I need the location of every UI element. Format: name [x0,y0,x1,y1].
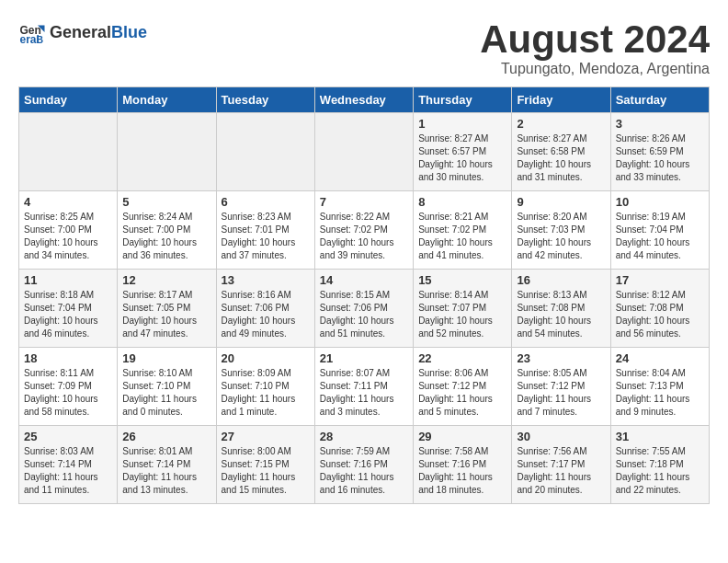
calendar-day-cell [314,113,413,191]
day-number: 11 [24,273,112,287]
day-number: 25 [24,430,112,443]
calendar-day-cell: 20 Sunrise: 8:09 AMSunset: 7:10 PMDaylig… [216,348,314,426]
weekday-header-friday: Friday [512,87,610,113]
day-number: 28 [320,430,408,443]
calendar-week-row: 4 Sunrise: 8:25 AMSunset: 7:00 PMDayligh… [19,191,710,270]
day-number: 31 [616,430,704,443]
day-number: 29 [418,430,506,443]
day-number: 24 [616,351,704,365]
page-header: Gen eral B GeneralBlue August 2024 Tupun… [18,18,710,77]
day-info: Sunrise: 8:17 AMSunset: 7:05 PMDaylight:… [122,289,210,340]
day-number: 19 [122,351,210,365]
calendar-day-cell: 27 Sunrise: 8:00 AMSunset: 7:15 PMDaylig… [216,426,314,504]
calendar-day-cell: 28 Sunrise: 7:59 AMSunset: 7:16 PMDaylig… [314,426,413,504]
day-number: 3 [616,117,704,131]
calendar-day-cell: 12 Sunrise: 8:17 AMSunset: 7:05 PMDaylig… [118,270,216,348]
day-number: 23 [517,351,605,365]
day-info: Sunrise: 8:11 AMSunset: 7:09 PMDaylight:… [24,367,112,419]
calendar-day-cell: 25 Sunrise: 8:03 AMSunset: 7:14 PMDaylig… [19,426,118,504]
day-info: Sunrise: 8:20 AMSunset: 7:03 PMDaylight:… [517,211,605,262]
day-info: Sunrise: 8:15 AMSunset: 7:06 PMDaylight:… [320,289,408,340]
day-number: 10 [616,195,704,209]
calendar-day-cell: 11 Sunrise: 8:18 AMSunset: 7:04 PMDaylig… [19,270,118,348]
calendar-day-cell: 30 Sunrise: 7:56 AMSunset: 7:17 PMDaylig… [512,426,610,504]
svg-text:B: B [37,34,44,45]
day-number: 26 [122,430,210,443]
day-info: Sunrise: 8:07 AMSunset: 7:11 PMDaylight:… [320,367,408,419]
day-info: Sunrise: 8:14 AMSunset: 7:07 PMDaylight:… [418,289,506,340]
calendar-day-cell [216,113,314,191]
weekday-header-wednesday: Wednesday [314,87,413,113]
day-number: 12 [122,273,210,287]
day-number: 14 [320,273,408,287]
day-info: Sunrise: 8:26 AMSunset: 6:59 PMDaylight:… [616,132,704,184]
day-info: Sunrise: 8:06 AMSunset: 7:12 PMDaylight:… [418,367,506,419]
calendar-day-cell: 29 Sunrise: 7:58 AMSunset: 7:16 PMDaylig… [414,426,512,504]
calendar-table: SundayMondayTuesdayWednesdayThursdayFrid… [18,86,710,504]
location-subtitle: Tupungato, Mendoza, Argentina [480,61,710,77]
day-info: Sunrise: 8:03 AMSunset: 7:14 PMDaylight:… [24,445,112,497]
day-info: Sunrise: 8:27 AMSunset: 6:58 PMDaylight:… [517,132,605,184]
day-number: 4 [24,195,112,209]
calendar-day-cell: 7 Sunrise: 8:22 AMSunset: 7:02 PMDayligh… [314,191,413,270]
day-info: Sunrise: 8:27 AMSunset: 6:57 PMDaylight:… [418,132,506,184]
weekday-header-sunday: Sunday [19,87,118,113]
calendar-day-cell: 22 Sunrise: 8:06 AMSunset: 7:12 PMDaylig… [414,348,512,426]
day-info: Sunrise: 8:21 AMSunset: 7:02 PMDaylight:… [418,211,506,262]
calendar-day-cell: 4 Sunrise: 8:25 AMSunset: 7:00 PMDayligh… [19,191,118,270]
month-year-title: August 2024 [480,18,710,61]
calendar-day-cell: 10 Sunrise: 8:19 AMSunset: 7:04 PMDaylig… [610,191,709,270]
day-info: Sunrise: 7:55 AMSunset: 7:18 PMDaylight:… [616,445,704,497]
day-info: Sunrise: 8:23 AMSunset: 7:01 PMDaylight:… [222,211,310,262]
day-number: 5 [122,195,210,209]
day-number: 8 [418,195,506,209]
calendar-day-cell: 21 Sunrise: 8:07 AMSunset: 7:11 PMDaylig… [314,348,413,426]
calendar-day-cell: 31 Sunrise: 7:55 AMSunset: 7:18 PMDaylig… [610,426,709,504]
day-number: 15 [418,273,506,287]
logo-text: GeneralBlue [50,23,147,42]
day-number: 7 [320,195,408,209]
day-info: Sunrise: 8:24 AMSunset: 7:00 PMDaylight:… [122,211,210,262]
calendar-day-cell: 2 Sunrise: 8:27 AMSunset: 6:58 PMDayligh… [512,113,610,191]
calendar-week-row: 1 Sunrise: 8:27 AMSunset: 6:57 PMDayligh… [19,113,710,191]
calendar-day-cell: 5 Sunrise: 8:24 AMSunset: 7:00 PMDayligh… [118,191,216,270]
calendar-week-row: 18 Sunrise: 8:11 AMSunset: 7:09 PMDaylig… [19,348,710,426]
weekday-header-monday: Monday [118,87,216,113]
day-number: 30 [517,430,605,443]
calendar-day-cell: 19 Sunrise: 8:10 AMSunset: 7:10 PMDaylig… [118,348,216,426]
calendar-day-cell: 17 Sunrise: 8:12 AMSunset: 7:08 PMDaylig… [610,270,709,348]
day-info: Sunrise: 8:18 AMSunset: 7:04 PMDaylight:… [24,289,112,340]
day-info: Sunrise: 8:10 AMSunset: 7:10 PMDaylight:… [122,367,210,419]
day-number: 18 [24,351,112,365]
day-info: Sunrise: 7:59 AMSunset: 7:16 PMDaylight:… [320,445,408,497]
day-info: Sunrise: 8:13 AMSunset: 7:08 PMDaylight:… [517,289,605,340]
day-info: Sunrise: 8:22 AMSunset: 7:02 PMDaylight:… [320,211,408,262]
day-info: Sunrise: 7:56 AMSunset: 7:17 PMDaylight:… [517,445,605,497]
calendar-day-cell: 23 Sunrise: 8:05 AMSunset: 7:12 PMDaylig… [512,348,610,426]
calendar-day-cell: 24 Sunrise: 8:04 AMSunset: 7:13 PMDaylig… [610,348,709,426]
day-number: 17 [616,273,704,287]
weekday-header-row: SundayMondayTuesdayWednesdayThursdayFrid… [19,87,710,113]
logo-icon: Gen eral B [18,18,46,46]
day-number: 16 [517,273,605,287]
day-number: 2 [517,117,605,131]
day-info: Sunrise: 8:04 AMSunset: 7:13 PMDaylight:… [616,367,704,419]
day-info: Sunrise: 8:16 AMSunset: 7:06 PMDaylight:… [222,289,310,340]
day-info: Sunrise: 8:05 AMSunset: 7:12 PMDaylight:… [517,367,605,419]
calendar-day-cell: 18 Sunrise: 8:11 AMSunset: 7:09 PMDaylig… [19,348,118,426]
day-number: 21 [320,351,408,365]
day-info: Sunrise: 8:12 AMSunset: 7:08 PMDaylight:… [616,289,704,340]
day-info: Sunrise: 8:09 AMSunset: 7:10 PMDaylight:… [222,367,310,419]
calendar-day-cell [118,113,216,191]
calendar-day-cell: 3 Sunrise: 8:26 AMSunset: 6:59 PMDayligh… [610,113,709,191]
logo: Gen eral B GeneralBlue [18,18,147,46]
day-info: Sunrise: 8:19 AMSunset: 7:04 PMDaylight:… [616,211,704,262]
day-info: Sunrise: 7:58 AMSunset: 7:16 PMDaylight:… [418,445,506,497]
day-number: 27 [222,430,310,443]
day-number: 13 [222,273,310,287]
calendar-week-row: 11 Sunrise: 8:18 AMSunset: 7:04 PMDaylig… [19,270,710,348]
title-block: August 2024 Tupungato, Mendoza, Argentin… [480,18,710,77]
calendar-day-cell: 1 Sunrise: 8:27 AMSunset: 6:57 PMDayligh… [414,113,512,191]
day-number: 20 [222,351,310,365]
calendar-day-cell: 9 Sunrise: 8:20 AMSunset: 7:03 PMDayligh… [512,191,610,270]
